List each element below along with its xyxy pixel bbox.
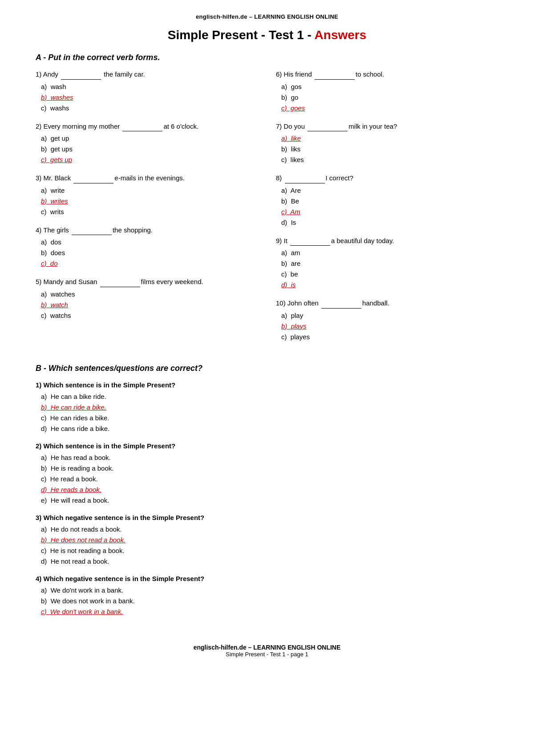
b-question-3: 3) Which negative sentence is in the Sim…: [36, 514, 498, 567]
bq3-opt-d: d) He not read a book.: [41, 556, 498, 567]
q9-blank: [290, 245, 330, 246]
bq3-opt-a: a) He do not reads a book.: [41, 524, 498, 535]
q1-opt-b: b) washes: [41, 92, 258, 103]
q10-opt-b: b) plays: [281, 321, 498, 332]
bq3-title: 3) Which negative sentence is in the Sim…: [36, 514, 498, 521]
title-prefix: Simple Present - Test 1 -: [168, 28, 315, 42]
q4-opt-b: b) does: [41, 248, 258, 258]
question-5: 5) Mandy and Susan films every weekend. …: [36, 277, 258, 321]
question-10: 10) John often handball. a) play b) play…: [276, 298, 498, 342]
bq1-title: 1) Which sentence is in the Simple Prese…: [36, 381, 498, 389]
q6-blank: [315, 79, 355, 80]
q10-opt-a: a) play: [281, 310, 498, 321]
q8-opt-b: b) Be: [281, 196, 498, 207]
q10-opt-c: c) playes: [281, 332, 498, 342]
q9-opt-a: a) am: [281, 248, 498, 258]
q4-opt-c: c) do: [41, 258, 258, 269]
q8-blank: [285, 183, 325, 183]
footer-main: englisch-hilfen.de – LEARNING ENGLISH ON…: [36, 644, 498, 651]
q5-opt-c: c) watchs: [41, 310, 258, 321]
bq2-opt-a: a) He has read a book.: [41, 452, 498, 463]
q3-opt-b: b) writes: [41, 196, 258, 207]
bq4-opt-b: b) We does not work in a bank.: [41, 596, 498, 606]
q5-opt-b: b) watch: [41, 300, 258, 310]
bq2-opt-e: e) He will read a book.: [41, 495, 498, 506]
q9-opt-c: c) be: [281, 269, 498, 280]
q5-blank: [100, 287, 140, 287]
question-3: 3) Mr. Black e-mails in the evenings. a)…: [36, 173, 258, 217]
q7-opt-c: c) likes: [281, 154, 498, 165]
q5-opt-a: a) watches: [41, 289, 258, 300]
bq3-opt-b: b) He does not read a book.: [41, 535, 498, 545]
site-footer: englisch-hilfen.de – LEARNING ENGLISH ON…: [36, 644, 498, 658]
q9-opt-d: d) is: [281, 280, 498, 290]
q8-opt-c: c) Am: [281, 207, 498, 217]
title-answers: Answers: [315, 28, 367, 42]
q5-text: 5) Mandy and Susan films every weekend.: [36, 277, 258, 287]
q4-text: 4) The girls the shopping.: [36, 225, 258, 236]
q3-opt-c: c) writs: [41, 207, 258, 217]
bq2-title: 2) Which sentence is in the Simple Prese…: [36, 442, 498, 450]
q10-blank: [321, 308, 361, 309]
bq4-opt-a: a) We do'nt work in a bank.: [41, 585, 498, 596]
q7-opt-a: a) like: [281, 133, 498, 144]
q8-opt-d: d) Is: [281, 217, 498, 228]
q8-opt-a: a) Are: [281, 185, 498, 196]
question-7: 7) Do you milk in your tea? a) like b) l…: [276, 122, 498, 166]
b-question-4: 4) Which negative sentence is in the Sim…: [36, 575, 498, 617]
bq2-opt-d: d) He reads a book.: [41, 484, 498, 495]
question-9: 9) It a beautiful day today. a) am b) ar…: [276, 236, 498, 291]
q8-text: 8) I correct?: [276, 173, 498, 183]
bq4-title: 4) Which negative sentence is in the Sim…: [36, 575, 498, 582]
q2-opt-a: a) get up: [41, 133, 258, 144]
q6-opt-c: c) goes: [281, 103, 498, 114]
q10-text: 10) John often handball.: [276, 298, 498, 309]
q2-opt-c: c) gets up: [41, 154, 258, 165]
question-8: 8) I correct? a) Are b) Be c) Am d) Is: [276, 173, 498, 228]
question-2: 2) Every morning my mother at 6 o'clock.…: [36, 122, 258, 166]
q4-blank: [72, 235, 112, 235]
bq1-opt-d: d) He cans ride a bike.: [41, 423, 498, 434]
bq1-opt-a: a) He can a bike ride.: [41, 391, 498, 402]
bq4-opt-c: c) We don't work in a bank.: [41, 606, 498, 617]
bq1-opt-b: b) He can ride a bike.: [41, 402, 498, 413]
bq2-opt-c: c) He read a book.: [41, 474, 498, 484]
q2-opt-b: b) get ups: [41, 144, 258, 154]
q1-opt-a: a) wash: [41, 81, 258, 92]
q9-text: 9) It a beautiful day today.: [276, 236, 498, 246]
bq3-opt-c: c) He is not reading a book.: [41, 545, 498, 556]
q1-blank: [61, 79, 101, 80]
q4-opt-a: a) dos: [41, 237, 258, 248]
q7-text: 7) Do you milk in your tea?: [276, 122, 498, 132]
b-question-1: 1) Which sentence is in the Simple Prese…: [36, 381, 498, 434]
section-b-content: 1) Which sentence is in the Simple Prese…: [36, 381, 498, 617]
page-title: Simple Present - Test 1 - Answers: [36, 28, 498, 42]
q2-blank: [122, 131, 162, 131]
section-a-content: 1) Andy the family car. a) wash b) washe…: [36, 69, 498, 350]
b-question-2: 2) Which sentence is in the Simple Prese…: [36, 442, 498, 506]
question-6: 6) His friend to school. a) gos b) go c)…: [276, 69, 498, 114]
q2-text: 2) Every morning my mother at 6 o'clock.: [36, 122, 258, 132]
bq1-opt-c: c) He can rides a bike.: [41, 413, 498, 423]
q3-text: 3) Mr. Black e-mails in the evenings.: [36, 173, 258, 183]
q6-opt-a: a) gos: [281, 81, 498, 92]
section-a-right: 6) His friend to school. a) gos b) go c)…: [267, 69, 498, 350]
site-header: englisch-hilfen.de – LEARNING ENGLISH ON…: [36, 13, 498, 20]
question-1: 1) Andy the family car. a) wash b) washe…: [36, 69, 258, 114]
q3-opt-a: a) write: [41, 185, 258, 196]
bq2-opt-b: b) He is reading a book.: [41, 463, 498, 474]
q6-text: 6) His friend to school.: [276, 69, 498, 80]
section-b-title: B - Which sentences/questions are correc…: [36, 364, 498, 373]
question-4: 4) The girls the shopping. a) dos b) doe…: [36, 225, 258, 269]
section-a-left: 1) Andy the family car. a) wash b) washe…: [36, 69, 267, 350]
section-a-title: A - Put in the correct verb forms.: [36, 53, 498, 62]
q1-opt-c: c) washs: [41, 103, 258, 114]
q9-opt-b: b) are: [281, 258, 498, 269]
header-text: englisch-hilfen.de – LEARNING ENGLISH ON…: [196, 13, 338, 20]
q7-blank: [307, 131, 348, 131]
q6-opt-b: b) go: [281, 92, 498, 103]
q7-opt-b: b) liks: [281, 144, 498, 154]
q1-text: 1) Andy the family car.: [36, 69, 258, 80]
q3-blank: [73, 183, 113, 183]
footer-sub: Simple Present - Test 1 - page 1: [36, 651, 498, 658]
